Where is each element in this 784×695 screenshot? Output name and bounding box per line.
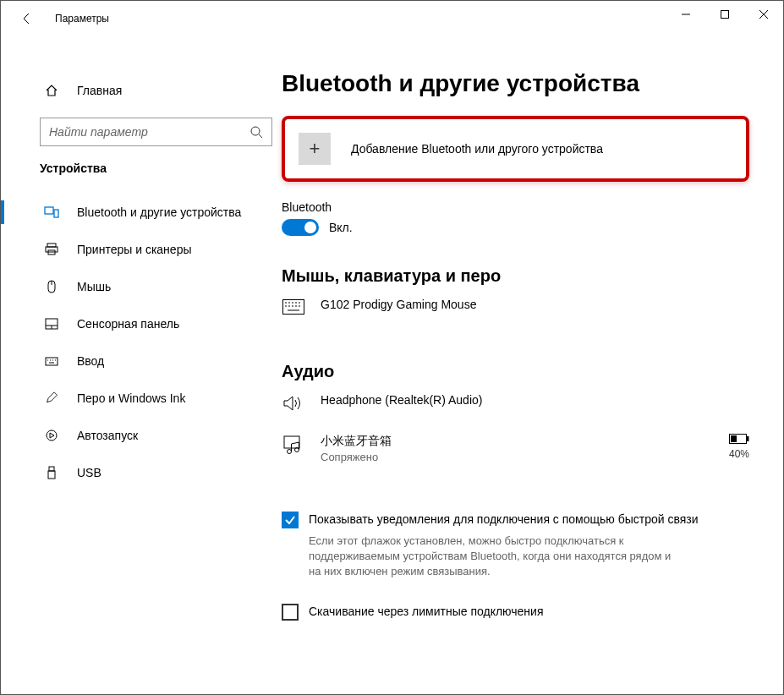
svg-rect-16 xyxy=(46,358,58,365)
window-controls xyxy=(666,1,783,28)
svg-point-4 xyxy=(251,127,260,135)
usb-icon xyxy=(43,466,60,479)
svg-line-5 xyxy=(259,134,262,138)
device-name: Headphone (Realtek(R) Audio) xyxy=(321,393,749,407)
sidebar-item-label: Перо и Windows Ink xyxy=(77,391,185,405)
page-title: Bluetooth и другие устройства xyxy=(282,70,749,97)
sidebar-section-label: Устройства xyxy=(1,161,273,175)
sidebar-item-label: Автозапуск xyxy=(77,429,138,442)
svg-rect-23 xyxy=(49,467,54,471)
section-audio-title: Аудио xyxy=(282,362,749,381)
window-title: Параметры xyxy=(55,13,109,25)
sidebar-item-usb[interactable]: USB xyxy=(1,454,273,491)
sidebar-item-printers[interactable]: Принтеры и сканеры xyxy=(1,231,273,268)
sidebar-item-touchpad[interactable]: Сенсорная панель xyxy=(1,305,273,342)
checkbox-icon xyxy=(282,604,299,621)
battery-icon xyxy=(729,434,749,446)
device-row[interactable]: Headphone (Realtek(R) Audio) xyxy=(282,393,749,412)
search-box[interactable] xyxy=(40,118,272,146)
sidebar: Главная Устройства Bluetooth и другие ус… xyxy=(1,36,273,694)
svg-point-38 xyxy=(288,450,292,454)
home-button[interactable]: Главная xyxy=(1,74,273,107)
bluetooth-label: Bluetooth xyxy=(282,200,749,214)
device-name: G102 Prodigy Gaming Mouse xyxy=(321,298,749,311)
devices-icon xyxy=(43,205,60,220)
search-icon xyxy=(249,125,263,139)
sidebar-item-label: Bluetooth и другие устройства xyxy=(77,205,241,219)
checkbox-label: Показывать уведомления для подключения с… xyxy=(309,511,699,528)
sidebar-item-label: Принтеры и сканеры xyxy=(77,243,191,256)
svg-rect-25 xyxy=(283,300,304,315)
device-status: Сопряжено xyxy=(321,451,729,463)
checkbox-label: Скачивание через лимитные подключения xyxy=(309,603,543,620)
maximize-button[interactable] xyxy=(705,1,744,28)
sidebar-item-label: Мышь xyxy=(77,280,111,293)
sidebar-item-label: Ввод xyxy=(77,354,104,368)
music-device-icon xyxy=(282,434,305,454)
home-icon xyxy=(43,84,60,97)
search-input[interactable] xyxy=(49,125,249,139)
sidebar-item-typing[interactable]: Ввод xyxy=(1,342,273,380)
section-mouse-title: Мышь, клавиатура и перо xyxy=(282,266,749,286)
pen-icon xyxy=(43,391,60,405)
autoplay-icon xyxy=(43,429,60,442)
sidebar-item-label: USB xyxy=(77,466,101,479)
svg-rect-7 xyxy=(54,210,58,217)
svg-point-22 xyxy=(47,430,57,441)
bluetooth-toggle[interactable] xyxy=(282,219,319,236)
add-device-label: Добавление Bluetooth или другого устройс… xyxy=(351,142,603,156)
svg-rect-6 xyxy=(45,207,53,214)
svg-rect-41 xyxy=(747,436,749,441)
battery-indicator: 40% xyxy=(729,434,749,460)
device-row[interactable]: G102 Prodigy Gaming Mouse xyxy=(282,298,749,315)
sidebar-item-pen[interactable]: Перо и Windows Ink xyxy=(1,380,273,417)
battery-percent: 40% xyxy=(729,448,749,460)
checkbox-notifications[interactable]: Показывать уведомления для подключения с… xyxy=(282,511,749,528)
home-label: Главная xyxy=(77,84,122,97)
main-content: Bluetooth и другие устройства + Добавлен… xyxy=(273,36,783,694)
keyboard-device-icon xyxy=(282,298,305,315)
add-device-button[interactable]: + Добавление Bluetooth или другого устро… xyxy=(282,116,749,182)
close-button[interactable] xyxy=(744,1,783,28)
mouse-icon xyxy=(43,280,60,293)
minimize-button[interactable] xyxy=(666,1,705,28)
svg-rect-8 xyxy=(47,244,56,247)
checkbox-description: Если этот флажок установлен, можно быстр… xyxy=(309,534,681,579)
keyboard-icon xyxy=(43,354,60,368)
svg-rect-1 xyxy=(721,11,729,19)
speaker-icon xyxy=(282,393,305,412)
svg-rect-42 xyxy=(731,435,737,442)
bluetooth-state: Вкл. xyxy=(329,221,353,234)
sidebar-item-mouse[interactable]: Мышь xyxy=(1,268,273,305)
device-name: 小米蓝牙音箱 xyxy=(321,434,729,449)
svg-rect-24 xyxy=(48,471,55,479)
checkbox-icon xyxy=(282,512,299,528)
plus-icon: + xyxy=(299,133,331,165)
sidebar-item-label: Сенсорная панель xyxy=(77,317,179,331)
checkbox-metered[interactable]: Скачивание через лимитные подключения xyxy=(282,603,749,621)
sidebar-item-autoplay[interactable]: Автозапуск xyxy=(1,417,273,454)
printer-icon xyxy=(43,243,60,256)
back-button[interactable] xyxy=(18,9,36,28)
titlebar: Параметры xyxy=(1,1,783,36)
sidebar-item-bluetooth[interactable]: Bluetooth и другие устройства xyxy=(1,194,273,231)
device-row[interactable]: 小米蓝牙音箱 Сопряжено 40% xyxy=(282,434,749,463)
svg-rect-9 xyxy=(46,247,58,252)
touchpad-icon xyxy=(43,317,60,331)
